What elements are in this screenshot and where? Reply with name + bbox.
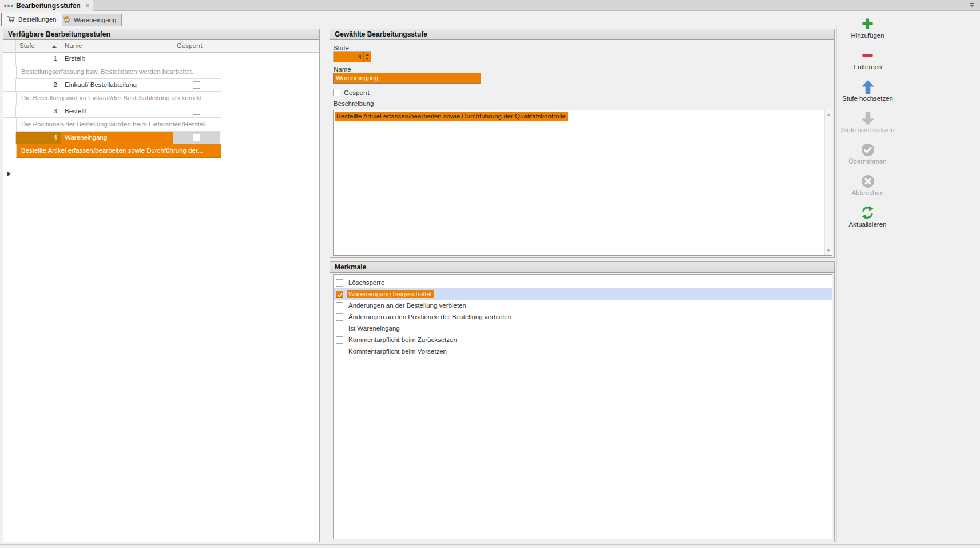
subtab-wareneingang[interactable]: Wareneingang	[57, 14, 122, 26]
merkmal-item[interactable]: Kommentarpflicht beim Vorsetzen	[334, 346, 832, 357]
merkmal-item[interactable]: Löschsperre	[334, 277, 832, 288]
available-stages-panel: Verfügbare Bearbeitungsstufen Stufe Name…	[3, 29, 320, 542]
name-field[interactable]: Wareneingang	[333, 73, 481, 84]
beschreibung-textarea[interactable]: Bestellte Artikel erfassen/bearbeiten so…	[333, 110, 832, 256]
row-description: Die Bestellung wird im Einkauf/der Beste…	[16, 92, 221, 105]
hinzufuegen-button[interactable]: Hinzufügen	[835, 16, 900, 39]
arrow-up-icon	[861, 80, 875, 94]
entfernen-button[interactable]: Entfernen	[835, 47, 900, 71]
cell-stufe: 3	[16, 105, 61, 117]
cell-stufe: 1	[16, 53, 61, 65]
cell-name: Einkauf/ Bestellabteilung	[61, 79, 173, 91]
sort-ascending-icon	[52, 45, 57, 48]
gesperrt-checkbox[interactable]	[193, 55, 200, 62]
bottom-divider	[0, 544, 980, 545]
scroll-up-icon[interactable]	[827, 113, 830, 116]
column-header-gesperrt[interactable]: Gesperrt	[173, 40, 220, 53]
spin-up-icon[interactable]	[366, 54, 369, 56]
cart-icon	[7, 15, 15, 23]
cell-stufe: 2	[16, 79, 61, 91]
table-row[interactable]: 3 Bestellt	[3, 105, 221, 118]
column-header-name[interactable]: Name	[61, 40, 173, 53]
column-header-stufe[interactable]: Stufe	[16, 40, 61, 53]
merkmal-item[interactable]: Ist Wareneingang	[334, 323, 832, 334]
panel-title: Verfügbare Bearbeitungsstufen	[3, 29, 319, 40]
action-toolbar: Hinzufügen Entfernen Stufe hochsetzen St…	[835, 16, 900, 228]
checkbox-unchecked[interactable]	[336, 325, 343, 332]
merkmal-item-selected[interactable]: Wareneingang freigeschaltet	[334, 288, 832, 300]
subtab-label: Bestellungen	[18, 16, 57, 23]
gesperrt-label: Gesperrt	[344, 89, 370, 96]
merkmal-item[interactable]: Änderungen an den Positionen der Bestell…	[334, 311, 832, 323]
table-row[interactable]: 2 Einkauf/ Bestellabteilung	[3, 79, 221, 92]
gesperrt-checkbox[interactable]	[333, 89, 340, 96]
checkbox-unchecked[interactable]	[336, 336, 343, 344]
scroll-down-icon[interactable]	[827, 249, 830, 252]
column-header-filler	[220, 40, 319, 53]
cell-name: Wareneingang	[61, 132, 173, 144]
checkbox-unchecked[interactable]	[336, 348, 343, 355]
stufe-label: Stufe	[334, 45, 349, 51]
table-row[interactable]: 1 Erstellt	[3, 53, 221, 65]
x-circle-icon	[861, 174, 875, 188]
close-icon[interactable]: ×	[86, 2, 90, 9]
row-description: Bestellungserfassung bzw. Bestelldaten w…	[16, 65, 221, 79]
minus-icon	[861, 49, 874, 62]
aktualisieren-button[interactable]: Aktualisieren	[835, 205, 900, 228]
stages-table-body: 1 Erstellt Bestellungserfassung bzw. Bes…	[3, 53, 319, 158]
cell-name: Erstellt	[61, 53, 173, 65]
table-header-row: Stufe Name Gesperrt	[3, 40, 319, 53]
check-icon	[337, 292, 343, 298]
stufe-spinner[interactable]: 4	[333, 51, 371, 62]
row-description: Die Positionen der Bestellung wurden bei…	[16, 118, 221, 132]
tab-list-dropdown-icon[interactable]	[969, 3, 974, 7]
beschreibung-selected-text: Bestellte Artikel erfassen/bearbeiten so…	[335, 112, 568, 121]
three-dots-icon	[4, 5, 13, 7]
refresh-icon	[860, 205, 875, 220]
subtab-bestellungen[interactable]: Bestellungen	[1, 13, 62, 26]
cell-stufe: 4	[16, 132, 61, 144]
gesperrt-checkbox[interactable]	[193, 108, 200, 115]
gesperrt-checkbox[interactable]	[193, 134, 200, 141]
tab-bearbeitungsstufen[interactable]: Bearbeitungsstufen ×	[0, 0, 93, 11]
spin-down-icon[interactable]	[366, 58, 369, 60]
merkmale-list: Löschsperre Wareneingang freigeschaltet …	[333, 274, 832, 539]
table-row-selected[interactable]: 4 Wareneingang	[3, 132, 221, 144]
vertical-scrollbar[interactable]	[824, 110, 832, 255]
cell-name: Bestellt	[61, 105, 173, 117]
goods-receipt-cart-icon	[62, 16, 71, 24]
merkmal-item[interactable]: Änderungen an der Bestellung verbieten	[334, 300, 832, 311]
name-label: Name	[334, 66, 351, 73]
checkbox-unchecked[interactable]	[336, 313, 343, 321]
gesperrt-checkbox[interactable]	[193, 81, 200, 89]
abbrechen-button[interactable]: Abbrechen	[835, 173, 900, 197]
subtab-bar: Bestellungen Wareneingang	[0, 11, 980, 26]
current-row-marker-icon	[7, 172, 11, 176]
merkmal-item[interactable]: Kommentarpflicht beim Zurücksetzen	[334, 334, 832, 346]
tab-title: Bearbeitungsstufen	[16, 2, 81, 10]
checkbox-checked[interactable]	[336, 291, 343, 298]
subtab-label: Wareneingang	[74, 17, 116, 23]
panel-title: Merkmale	[330, 262, 834, 273]
stufe-runtersetzen-button[interactable]: Stufe runtersetzen	[835, 110, 900, 134]
stufe-hochsetzen-button[interactable]: Stufe hochsetzen	[835, 79, 900, 102]
spinner-buttons[interactable]	[363, 52, 371, 62]
check-circle-icon	[861, 143, 875, 157]
document-tab-bar: Bearbeitungsstufen ×	[0, 0, 980, 11]
arrow-down-icon	[861, 111, 875, 126]
row-description-selected: Bestellte Artikel erfassen/bearbeiten so…	[16, 144, 221, 158]
beschreibung-label: Beschreibung	[334, 100, 374, 107]
merkmale-panel: Merkmale Löschsperre Wareneingang freige…	[330, 261, 835, 542]
row-selector-header	[3, 40, 16, 53]
plus-icon	[861, 17, 874, 30]
panel-title: Gewählte Bearbeitungsstufe	[330, 29, 834, 40]
selected-stage-panel: Gewählte Bearbeitungsstufe Stufe 4 Name …	[330, 29, 835, 258]
checkbox-unchecked[interactable]	[336, 279, 343, 287]
checkbox-unchecked[interactable]	[336, 302, 343, 309]
uebernehmen-button[interactable]: Übernehmen	[835, 142, 900, 165]
stufe-value: 4	[358, 52, 362, 62]
